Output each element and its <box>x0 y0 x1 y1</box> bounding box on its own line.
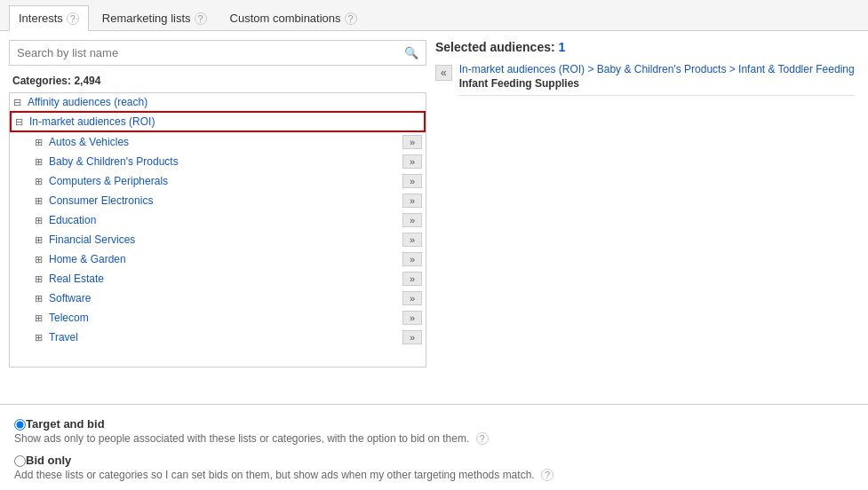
append-education-button[interactable]: » <box>402 213 422 227</box>
search-icon: 🔍 <box>397 43 426 63</box>
audience-nav-back-button[interactable]: « <box>435 65 452 81</box>
home-label: Home & Garden <box>49 253 402 265</box>
list-item[interactable]: ⊞ Consumer Electronics » <box>10 191 426 210</box>
education-label: Education <box>49 214 402 226</box>
list-item[interactable]: ⊞ Software » <box>10 288 426 308</box>
expand-travel-icon[interactable]: ⊞ <box>35 332 45 344</box>
travel-label: Travel <box>49 331 402 344</box>
audience-path-text: In-market audiences (ROI) > Baby & Child… <box>459 63 855 75</box>
radio-option-bid-only: Bid only Add these lists or categories s… <box>14 454 854 481</box>
append-baby-button[interactable]: » <box>402 154 422 169</box>
append-autos-button[interactable]: » <box>402 135 422 149</box>
list-item[interactable]: ⊞ Education » <box>10 210 426 230</box>
expand-realestate-icon[interactable]: ⊞ <box>35 273 45 285</box>
categories-label: Categories: <box>12 75 71 87</box>
bid-only-desc: Add these lists or categories so I can s… <box>14 469 553 481</box>
tab-remarketing-help[interactable]: ? <box>195 12 207 25</box>
main-content: 🔍 Categories: 2,494 ⊟ Affinity audiences… <box>0 31 868 404</box>
categories-header: Categories: 2,494 <box>9 73 426 89</box>
append-financial-button[interactable]: » <box>402 233 422 247</box>
append-home-button[interactable]: » <box>402 252 422 266</box>
realestate-label: Real Estate <box>49 273 402 285</box>
expand-consumer-icon[interactable]: ⊞ <box>35 195 45 207</box>
expand-baby-icon[interactable]: ⊞ <box>35 156 45 168</box>
bottom-section: Target and bid Show ads only to people a… <box>0 404 868 490</box>
append-travel-button[interactable]: » <box>402 330 422 344</box>
tree-item-affinity[interactable]: ⊟ Affinity audiences (reach) <box>10 93 426 111</box>
categories-count: 2,494 <box>74 75 100 87</box>
append-software-button[interactable]: » <box>402 291 422 305</box>
tab-custom-help[interactable]: ? <box>345 12 357 25</box>
right-panel: Selected audiences: 1 « In-market audien… <box>435 40 859 395</box>
target-and-bid-radio[interactable] <box>14 419 26 431</box>
tab-custom-combinations[interactable]: Custom combinations ? <box>220 5 367 30</box>
tabs-bar: Interests ? Remarketing lists ? Custom c… <box>0 0 868 31</box>
list-item[interactable]: ⊞ Home & Garden » <box>10 249 426 269</box>
bid-only-desc-text: Add these lists or categories so I can s… <box>14 469 535 481</box>
expand-computers-icon[interactable]: ⊞ <box>35 176 45 187</box>
radio-option-target-and-bid: Target and bid Show ads only to people a… <box>14 417 854 445</box>
list-item[interactable]: ⊞ Telecom » <box>10 308 426 328</box>
audience-item: « In-market audiences (ROI) > Baby & Chi… <box>435 63 859 96</box>
consumer-label: Consumer Electronics <box>49 194 402 207</box>
target-and-bid-desc: Show ads only to people associated with … <box>14 432 489 445</box>
expand-education-icon[interactable]: ⊞ <box>35 215 45 226</box>
audience-bold-text: Infant Feeding Supplies <box>459 77 855 90</box>
list-item[interactable]: ⊞ Travel » <box>10 328 426 347</box>
selected-audiences-label: Selected audiences: <box>435 40 555 54</box>
bid-only-label[interactable]: Bid only <box>26 454 71 467</box>
expand-affinity-icon[interactable]: ⊟ <box>13 97 24 108</box>
tree-container: ⊟ Affinity audiences (reach) ⊟ In-market… <box>9 92 426 368</box>
audience-path: In-market audiences (ROI) > Baby & Child… <box>459 63 855 96</box>
autos-label: Autos & Vehicles <box>49 136 402 148</box>
affinity-label[interactable]: Affinity audiences (reach) <box>28 96 422 108</box>
expand-inmarket-icon[interactable]: ⊟ <box>15 116 26 128</box>
tab-remarketing-label: Remarketing lists <box>102 12 191 25</box>
list-item[interactable]: ⊞ Baby & Children's Products » <box>10 152 426 171</box>
tab-interests[interactable]: Interests ? <box>9 5 89 31</box>
baby-label: Baby & Children's Products <box>49 155 402 168</box>
target-and-bid-label[interactable]: Target and bid <box>26 417 105 431</box>
left-panel: 🔍 Categories: 2,494 ⊟ Affinity audiences… <box>9 40 426 395</box>
list-item[interactable]: ⊞ Financial Services » <box>10 230 426 249</box>
target-and-bid-help-icon[interactable]: ? <box>476 432 489 445</box>
inmarket-label[interactable]: In-market audiences (ROI) <box>29 115 420 128</box>
tree-item-inmarket[interactable]: ⊟ In-market audiences (ROI) <box>10 111 426 132</box>
list-item[interactable]: ⊞ Real Estate » <box>10 269 426 288</box>
selected-audiences-count: 1 <box>559 40 566 54</box>
expand-home-icon[interactable]: ⊞ <box>35 254 45 265</box>
tab-interests-label: Interests <box>19 12 63 25</box>
append-computers-button[interactable]: » <box>402 174 422 188</box>
financial-label: Financial Services <box>49 233 402 246</box>
expand-financial-icon[interactable]: ⊞ <box>35 234 45 246</box>
list-item[interactable]: ⊞ Autos & Vehicles » <box>10 132 426 152</box>
append-consumer-button[interactable]: » <box>402 194 422 208</box>
tab-interests-help[interactable]: ? <box>67 12 79 25</box>
tab-custom-label: Custom combinations <box>230 12 341 25</box>
telecom-label: Telecom <box>49 312 402 324</box>
software-label: Software <box>49 292 402 304</box>
bid-only-help-icon[interactable]: ? <box>541 469 553 481</box>
bid-only-radio[interactable] <box>14 455 26 467</box>
expand-telecom-icon[interactable]: ⊞ <box>35 312 45 324</box>
search-box-container: 🔍 <box>9 40 426 66</box>
target-and-bid-desc-text: Show ads only to people associated with … <box>14 432 469 445</box>
tab-remarketing-lists[interactable]: Remarketing lists ? <box>92 5 217 30</box>
list-item[interactable]: ⊞ Computers & Peripherals » <box>10 171 426 191</box>
expand-software-icon[interactable]: ⊞ <box>35 293 45 304</box>
expand-autos-icon[interactable]: ⊞ <box>35 137 45 148</box>
append-realestate-button[interactable]: » <box>402 272 422 286</box>
append-telecom-button[interactable]: » <box>402 311 422 325</box>
search-input[interactable] <box>10 41 397 65</box>
computers-label: Computers & Peripherals <box>49 175 402 187</box>
selected-audiences-title: Selected audiences: 1 <box>435 40 859 54</box>
